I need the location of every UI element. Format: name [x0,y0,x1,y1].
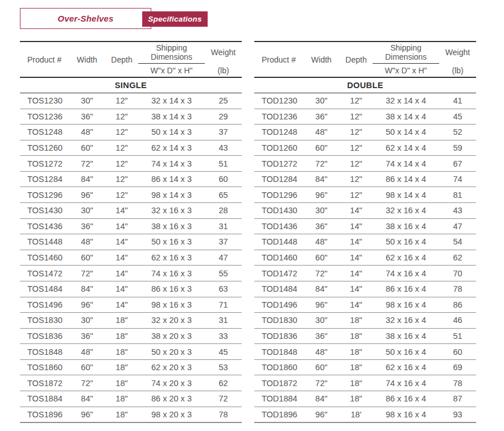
product-cell: TOD1830 [254,316,303,325]
section-band-single: SINGLE [20,78,242,93]
shipping-cell: 50 x 16 x 3 [138,237,205,246]
width-cell: 48" [69,127,105,136]
width-column-header: Width [69,42,105,77]
width-cell: 36" [69,112,105,121]
depth-cell: 12" [340,143,373,152]
product-cell: TOS1896 [20,410,69,419]
product-cell: TOS1260 [20,143,69,152]
shipping-cell: 32 x 20 x 3 [138,316,205,325]
width-cell: 36" [303,331,340,341]
product-column-header: Product # [20,42,69,77]
shipping-cell: 74 x 14 x 4 [373,159,439,168]
depth-cell: 14" [105,222,138,231]
weight-column-header: Weight (lb) [205,42,242,77]
weight-label: Weight [439,42,476,64]
table-row: TOS149696"14"98 x 16 x 371 [20,297,242,313]
width-cell: 30" [69,316,105,325]
weight-units-label: (lb) [439,64,476,77]
shipping-cell: 62 x 14 x 4 [373,143,439,152]
shipping-cell: 38 x 16 x 4 [373,222,439,231]
shipping-cell: 98 x 20 x 3 [138,410,205,419]
product-cell: TOD1436 [254,222,303,231]
table-row: TOS126060"12"62 x 14 x 343 [20,140,242,156]
width-cell: 36" [69,222,105,231]
shipping-cell: 86 x 20 x 3 [138,394,205,403]
depth-cell: 14" [105,300,138,309]
shipping-units-label: W"x D" x H" [373,64,439,77]
table-body-single: TOS123030"12"32 x 14 x 325TOS123636"12"3… [20,93,242,423]
product-cell: TOD1872 [254,379,303,388]
weight-cell: 63 [205,284,242,293]
weight-cell: 62 [439,253,476,262]
table-row: TOS144848"14"50 x 16 x 337 [20,234,242,250]
weight-cell: 29 [205,112,242,121]
width-cell: 96" [69,300,105,309]
depth-cell: 12" [340,127,373,136]
product-cell: TOD1884 [254,394,303,403]
product-cell: TOS1448 [20,237,69,246]
weight-cell: 33 [205,331,242,341]
width-cell: 72" [69,379,105,388]
depth-cell: 12" [105,175,138,184]
category-label: Over-Shelves [57,14,113,23]
product-cell: TOD1284 [254,175,303,184]
table-row: TOS124848"12"50 x 14 x 337 [20,125,242,140]
weight-cell: 45 [205,347,242,357]
product-cell: TOD1430 [254,206,303,215]
product-cell: TOD1460 [254,253,303,262]
weight-cell: 74 [439,175,476,184]
table-row: TOS123636"12"38 x 14 x 329 [20,109,242,125]
depth-cell: 14" [340,284,373,293]
width-cell: 84" [303,175,340,184]
weight-cell: 87 [439,394,476,403]
width-cell: 96" [303,410,340,419]
weight-cell: 45 [439,112,476,121]
section-band-double: DOUBLE [254,78,476,93]
width-cell: 60" [303,143,340,152]
weight-cell: 81 [439,190,476,200]
depth-cell: 14" [105,253,138,262]
specifications-tab[interactable]: Specifications [142,11,208,27]
weight-cell: 60 [205,175,242,184]
weight-cell: 59 [439,143,476,152]
weight-cell: 71 [205,300,242,309]
weight-cell: 31 [205,222,242,231]
product-cell: TOD1236 [254,112,303,121]
category-label-box: Over-Shelves [20,8,151,29]
product-cell: TOS1272 [20,159,69,168]
depth-cell: 12" [340,190,373,200]
table-row: TOD148484"14"86 x 16 x 478 [254,281,476,297]
product-cell: TOS1230 [20,96,69,105]
depth-cell: 12" [105,159,138,168]
table-row: TOD188484"18"86 x 16 x 487 [254,391,476,407]
weight-cell: 93 [439,410,476,419]
depth-cell: 18" [105,316,138,325]
shipping-column-header: Shipping Dimensions W"x D" x H" [373,42,439,77]
weight-cell: 43 [439,206,476,215]
table-row: TOS129696"12"98 x 14 x 365 [20,187,242,203]
table-row: TOS183030"18"32 x 20 x 331 [20,313,242,329]
product-cell: TOD1836 [254,331,303,341]
product-cell: TOS1436 [20,222,69,231]
width-cell: 30" [69,96,105,105]
depth-cell: 12" [105,143,138,152]
weight-cell: 51 [439,331,476,341]
shipping-cell: 62 x 14 x 3 [138,143,205,152]
shipping-cell: 32 x 16 x 4 [373,206,439,215]
product-cell: TOD1448 [254,237,303,246]
shipping-dimensions-label: Shipping Dimensions [138,42,205,64]
shipping-cell: 98 x 16 x 3 [138,300,205,309]
width-cell: 36" [303,222,340,231]
depth-cell: 18" [105,410,138,419]
shipping-cell: 50 x 16 x 4 [373,237,439,246]
width-cell: 96" [69,410,105,419]
shipping-column-header: Shipping Dimensions W"x D" x H" [138,42,205,77]
shipping-cell: 86 x 14 x 3 [138,175,205,184]
width-cell: 60" [69,143,105,152]
page-header: Over-Shelves Specifications [20,7,209,30]
table-row: TOD123030"12"32 x 14 x 441 [254,93,476,109]
depth-cell: 18" [105,347,138,357]
shipping-cell: 74 x 16 x 3 [138,269,205,278]
product-cell: TOS1484 [20,284,69,293]
product-cell: TOS1848 [20,347,69,357]
